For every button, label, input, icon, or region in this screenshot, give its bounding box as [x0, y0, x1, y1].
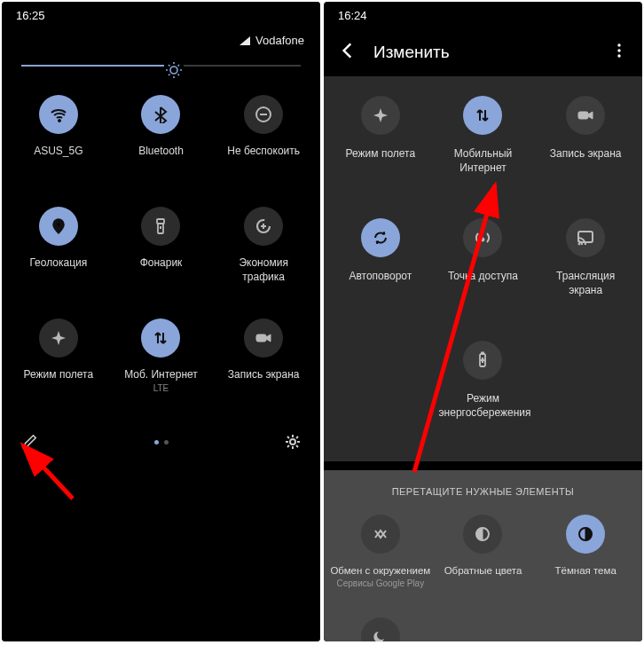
- drag-tile-moon[interactable]: Ночной режим: [329, 617, 432, 641]
- edit-title: Изменить: [373, 43, 594, 62]
- edit-header: Изменить: [324, 28, 642, 76]
- qs-tile-camcorder[interactable]: Запись экрана: [212, 310, 315, 421]
- tile-sublabel: LTE: [153, 383, 169, 393]
- drag-section: ПЕРЕТАЩИТЕ НУЖНЫЕ ЭЛЕМЕНТЫ Обмен с окруж…: [324, 470, 642, 641]
- drag-tile-invert[interactable]: Обратные цвета: [432, 515, 535, 614]
- tile-label: ASUS_5G: [34, 145, 82, 159]
- brightness-thumb[interactable]: [164, 60, 184, 80]
- tile-sublabel: Сервисы Google Play: [336, 578, 424, 588]
- tile-label: Фонарик: [140, 256, 183, 271]
- tile-label: Экономия трафика: [219, 256, 308, 284]
- battery-icon: [463, 341, 502, 380]
- mobiledata-icon: [141, 319, 180, 358]
- tile-label: Трансляция экрана: [541, 270, 630, 297]
- tile-label: Режим энергосбережения: [438, 392, 527, 420]
- tile-label: Мобильный Интернет: [438, 147, 527, 175]
- location-icon: [39, 207, 78, 246]
- tile-label: Режим полета: [24, 368, 94, 382]
- airplane-icon: [361, 96, 400, 135]
- tile-label: Точка доступа: [448, 270, 518, 284]
- qs-tile-dnd[interactable]: Не беспокоить: [212, 86, 315, 198]
- carrier-label: Vodafone: [255, 34, 304, 47]
- tile-label: Запись экрана: [228, 368, 300, 382]
- edit-button[interactable]: [20, 432, 39, 452]
- invert-icon: [463, 515, 502, 554]
- camcorder-icon: [244, 319, 283, 358]
- edit-tile-rotate[interactable]: Автоповорот: [329, 215, 432, 321]
- edit-tile-airplane[interactable]: Режим полета: [329, 92, 432, 199]
- tile-label: Обмен с окружением: [330, 564, 430, 577]
- status-bar: 16:25: [2, 2, 320, 28]
- qs-tile-datasaver[interactable]: Экономия трафика: [212, 198, 315, 310]
- rotate-icon: [361, 218, 400, 257]
- camcorder-icon: [566, 96, 605, 135]
- drag-section-title: ПЕРЕТАЩИТЕ НУЖНЫЕ ЭЛЕМЕНТЫ: [324, 486, 642, 497]
- active-tiles-panel: Режим полета Мобильный Интернет Запись э…: [324, 76, 642, 461]
- qs-tile-wifi[interactable]: ASUS_5G: [7, 86, 110, 198]
- tile-label: Тёмная тема: [554, 564, 616, 577]
- brightness-slider[interactable]: [2, 56, 320, 84]
- edit-tile-cast[interactable]: Трансляция экрана: [534, 215, 637, 321]
- qs-tile-bluetooth[interactable]: Bluetooth: [110, 86, 213, 198]
- carrier-row: Vodafone: [2, 28, 320, 56]
- tile-label: Моб. Интернет: [124, 368, 198, 382]
- qs-tile-flashlight[interactable]: Фонарик: [110, 198, 213, 310]
- edit-tile-hotspot[interactable]: Точка доступа: [432, 215, 535, 321]
- cast-icon: [566, 218, 605, 257]
- qs-tile-mobiledata[interactable]: Моб. Интернет LTE: [110, 310, 213, 421]
- qs-footer: [2, 421, 320, 460]
- tile-label: Не беспокоить: [227, 145, 300, 159]
- tile-label: Обратные цвета: [444, 564, 522, 577]
- drag-tile-darkmode[interactable]: Тёмная тема: [534, 515, 637, 614]
- quick-settings-panel: 16:25 Vodafone ASUS_5G Bluetooth Не бесп…: [2, 2, 320, 641]
- tile-label: Bluetooth: [138, 145, 184, 159]
- qs-tile-airplane[interactable]: Режим полета: [7, 310, 110, 421]
- edit-tiles-screen: 16:24 Изменить Режим полета Мобильный Ин…: [324, 2, 642, 641]
- tile-label: Автоповорот: [349, 270, 412, 284]
- edit-tile-camcorder[interactable]: Запись экрана: [534, 92, 637, 199]
- status-time: 16:25: [16, 9, 45, 22]
- flashlight-icon: [141, 207, 180, 246]
- more-button[interactable]: [610, 42, 628, 63]
- mobiledata-icon: [463, 96, 502, 135]
- back-button[interactable]: [338, 41, 357, 64]
- drag-tile-nearby[interactable]: Обмен с окружением Сервисы Google Play: [329, 515, 432, 614]
- edit-tile-battery[interactable]: Режим энергосбережения: [432, 337, 535, 444]
- signal-icon: [240, 36, 250, 45]
- hotspot-icon: [463, 218, 502, 257]
- status-bar: 16:24: [324, 2, 642, 28]
- darkmode-icon: [566, 515, 605, 554]
- page-indicator: [154, 440, 169, 444]
- tile-label: Запись экрана: [550, 147, 622, 161]
- status-time: 16:24: [338, 9, 367, 22]
- edit-tile-mobiledata[interactable]: Мобильный Интернет: [432, 92, 535, 199]
- tile-label: Геолокация: [29, 256, 87, 271]
- qs-tile-location[interactable]: Геолокация: [7, 198, 110, 310]
- dnd-icon: [244, 95, 283, 134]
- nearby-icon: [361, 515, 400, 554]
- airplane-icon: [39, 319, 78, 358]
- wifi-icon: [39, 95, 78, 134]
- qs-tiles-grid: ASUS_5G Bluetooth Не беспокоить Геолокац…: [2, 84, 320, 421]
- tile-label: Режим полета: [346, 147, 416, 161]
- settings-button[interactable]: [283, 432, 302, 452]
- bluetooth-icon: [141, 95, 180, 134]
- datasaver-icon: [244, 207, 283, 246]
- moon-icon: [361, 617, 400, 641]
- wallpaper: [2, 442, 320, 641]
